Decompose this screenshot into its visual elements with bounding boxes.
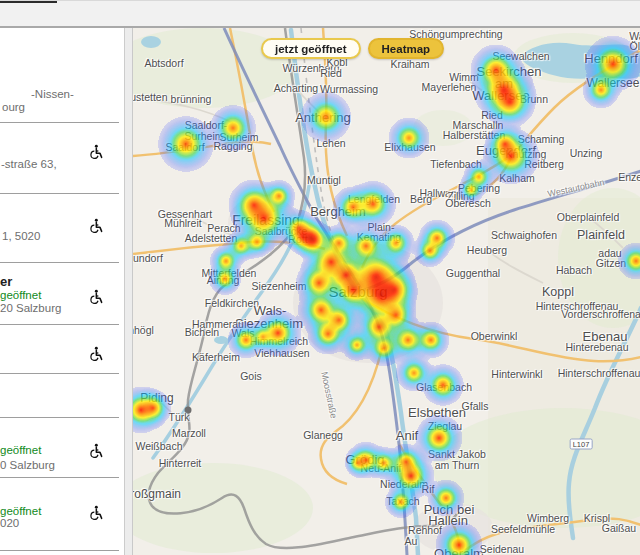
wheelchair-icon (88, 443, 104, 459)
result-text-fragment: ourg (2, 101, 25, 114)
result-text-fragment: -straße 63, (1, 158, 57, 171)
result-divider (0, 193, 119, 194)
result-divider (0, 122, 119, 123)
results-list[interactable]: -Nissen-ourg-straße 63,1, 5020ergeöffnet… (0, 28, 124, 555)
result-divider (0, 477, 119, 478)
result-text-fragment: 20 Salzburg (0, 302, 61, 315)
open-now-filter-label: jetzt geöffnet (275, 43, 347, 55)
road-ref-badge: L107 (570, 439, 593, 450)
result-text-fragment: er (0, 275, 12, 288)
result-text-fragment: 020 (0, 517, 19, 530)
result-text-fragment: 0 Salzburg (0, 459, 55, 472)
result-divider (0, 324, 119, 325)
result-divider (0, 373, 119, 374)
map-filter-bar: jetzt geöffnet Heatmap (261, 38, 444, 59)
basemap (133, 28, 640, 555)
result-text-fragment: 1, 5020 (2, 230, 40, 243)
browser-tab-edge (0, 1, 57, 3)
sidebar-scrollbar[interactable] (124, 28, 132, 555)
wheelchair-icon (88, 346, 104, 362)
open-now-filter-button[interactable]: jetzt geöffnet (261, 38, 361, 59)
app-content: -Nissen-ourg-straße 63,1, 5020ergeöffnet… (0, 28, 640, 555)
map-viewport[interactable]: SchöngumprechtingAbtsdorfWürzenbergKoblR… (132, 28, 640, 555)
result-text-fragment: geöffnet (0, 444, 41, 457)
wheelchair-icon (88, 144, 104, 160)
heatmap-toggle-button[interactable]: Heatmap (368, 38, 445, 59)
wheelchair-icon (88, 505, 104, 521)
wheelchair-icon (88, 218, 104, 234)
result-text-fragment: -Nissen- (31, 88, 74, 101)
result-divider (0, 550, 119, 551)
wheelchair-icon (88, 289, 104, 305)
result-divider (0, 417, 119, 418)
result-text-fragment: geöffnet (0, 289, 41, 302)
result-divider (0, 262, 119, 263)
heatmap-toggle-label: Heatmap (382, 43, 431, 55)
window-topbar (0, 0, 640, 28)
